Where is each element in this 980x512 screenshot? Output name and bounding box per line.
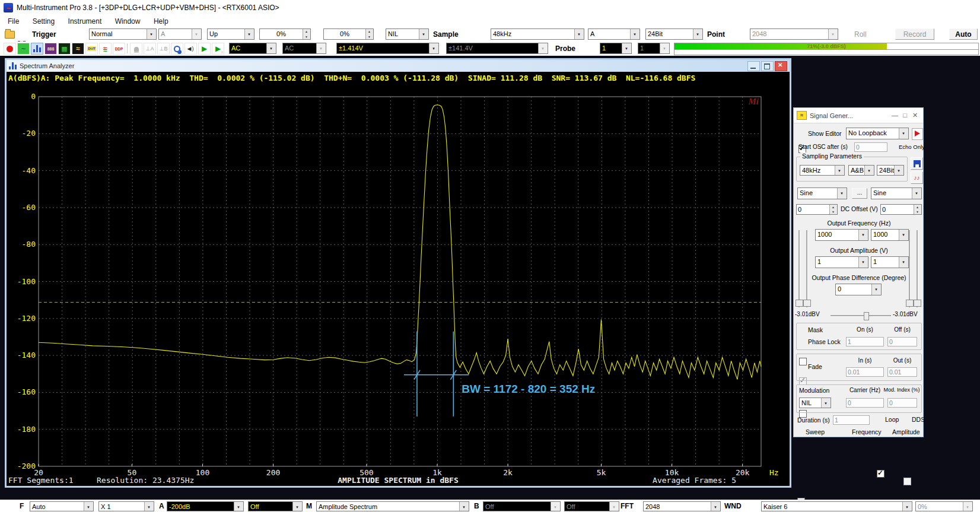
spin-down-icon[interactable] [366,34,373,40]
chevron-down-icon[interactable] [899,257,908,268]
chevron-down-icon[interactable] [871,284,881,295]
window-close-icon[interactable]: ✕ [910,111,920,120]
chevron-down-icon[interactable] [858,230,868,240]
multimeter-icon[interactable]: 888 [44,43,57,55]
run-icon[interactable] [198,43,211,55]
chevron-down-icon[interactable] [894,166,903,175]
slider-thumb[interactable] [864,312,869,320]
output-play-button[interactable] [912,128,923,140]
window-close-icon[interactable] [775,61,787,71]
chevron-down-icon[interactable] [419,29,428,39]
chevron-down-icon[interactable] [292,502,302,511]
chevron-down-icon[interactable] [630,29,639,39]
spin-up-icon[interactable] [366,29,373,34]
chevron-down-icon[interactable] [147,29,156,39]
chevron-down-icon[interactable] [837,188,847,199]
slider-thumb[interactable] [906,300,914,307]
chevron-down-icon[interactable] [899,128,908,139]
dc-offset-b-spinner[interactable]: 0 [880,204,922,215]
amplitude-b-select[interactable]: 1 [871,256,909,268]
speaker-icon[interactable] [184,43,197,55]
chevron-down-icon[interactable] [902,502,912,511]
sampling-rate-select[interactable]: 48kHz [491,28,584,40]
menu-file[interactable]: File [2,16,24,27]
zoom-select[interactable]: X 1 [98,501,154,511]
window-minimize-icon[interactable] [747,61,760,71]
chevron-down-icon[interactable] [622,43,631,53]
trigger-mode-select[interactable]: Normal [89,28,157,40]
probe-magnifier-icon[interactable] [171,43,183,55]
trigger-nil-select[interactable]: NIL [386,28,429,40]
display-mode-select[interactable]: Amplitude Spectrum [316,501,469,511]
a-mode-select[interactable]: Off [248,501,303,511]
probe-a-select[interactable]: 1 [600,43,632,54]
chevron-down-icon[interactable] [912,188,921,199]
a-range-select[interactable]: -200dB [167,501,244,511]
sg-music-button[interactable]: ♪♪ [911,171,923,184]
chevron-down-icon[interactable] [266,43,276,53]
window-maximize-icon[interactable]: □ [900,111,910,120]
spin-up-icon[interactable] [303,29,310,34]
spectrum-window-titlebar[interactable]: Spectrum Analyzer [7,60,790,72]
modulation-select[interactable]: NIL [799,397,831,408]
slider-thumb[interactable] [803,300,811,307]
oscilloscope-icon[interactable] [17,43,30,55]
dc-offset-a-spinner[interactable]: 0 [796,204,838,215]
loopback-select[interactable]: No Loopback [846,128,909,139]
amplitude-slider-a2[interactable] [803,230,810,307]
chevron-down-icon[interactable] [711,502,720,511]
bit-depth-select[interactable]: 24Bit [645,28,703,40]
chevron-down-icon[interactable] [429,43,438,53]
spin-up-icon[interactable] [914,205,921,209]
frequency-b-select[interactable]: 1000 [871,229,909,241]
spin-up-icon[interactable] [830,205,837,209]
coupling-a-select[interactable]: AC [229,43,276,54]
window-minimize-icon[interactable]: — [890,111,900,120]
chevron-down-icon[interactable] [234,502,243,511]
menu-setting[interactable]: Setting [27,16,60,27]
sg-bits-select[interactable]: 24Bit [877,165,904,176]
phase-difference-select[interactable]: 0 [835,284,882,295]
chevron-down-icon[interactable] [821,398,831,408]
chevron-down-icon[interactable] [574,29,584,39]
menu-instrument[interactable]: Instrument [63,16,107,27]
amplitude-slider-a1[interactable] [796,230,802,307]
sg-save-button[interactable] [911,157,923,170]
spectrum-plot[interactable]: 20501002005001k2k5k10k20kHz0-20-40-60-80… [7,85,790,486]
trigger-edge-select[interactable]: Up [207,28,254,40]
frequency-axis-select[interactable]: Auto [30,501,94,511]
frequency-a-select[interactable]: 1000 [815,229,868,241]
loop-checkbox[interactable] [877,470,884,478]
menu-help[interactable]: Help [148,16,174,27]
signal-generator-icon[interactable] [72,43,84,55]
record-icon[interactable] [4,43,16,55]
waveform-editor-button[interactable]: ... [852,188,867,199]
slider-thumb[interactable] [796,300,803,307]
sampling-channel-select[interactable]: A [588,28,640,40]
device-test-plan-icon[interactable]: DUT [85,43,98,55]
amplitude-slider-b2[interactable] [914,230,920,307]
amplitude-a-select[interactable]: 1 [815,256,868,268]
signal-generator-titlebar[interactable]: ≈ Signal Gener... — □ ✕ [794,108,923,123]
open-icon[interactable] [5,31,15,39]
chevron-down-icon[interactable] [835,166,844,175]
balance-slider[interactable] [831,312,891,319]
amplitude-slider-b1[interactable] [906,230,912,307]
spin-down-icon[interactable] [303,34,310,40]
ddp-viewer-icon[interactable]: DDP [113,43,125,55]
window-restore-icon[interactable] [761,61,774,71]
spin-down-icon[interactable] [914,209,921,214]
chevron-down-icon[interactable] [693,29,702,39]
auto-button[interactable]: Auto [949,28,978,40]
spectrum-analyzer-icon[interactable] [31,43,43,55]
slider-thumb[interactable] [914,300,921,307]
sg-channels-select[interactable]: A&B [848,165,874,176]
chevron-down-icon[interactable] [84,502,93,511]
spin-down-icon[interactable] [830,209,837,214]
fft-size-select[interactable]: 2048 [643,501,721,511]
waveform-a-select[interactable]: Sine [797,187,847,199]
derived-spectrum-icon[interactable] [99,43,112,55]
run-loop-icon[interactable] [212,43,224,55]
chevron-down-icon[interactable] [864,166,874,175]
trigger-level-spinner[interactable]: 0% [259,28,311,40]
